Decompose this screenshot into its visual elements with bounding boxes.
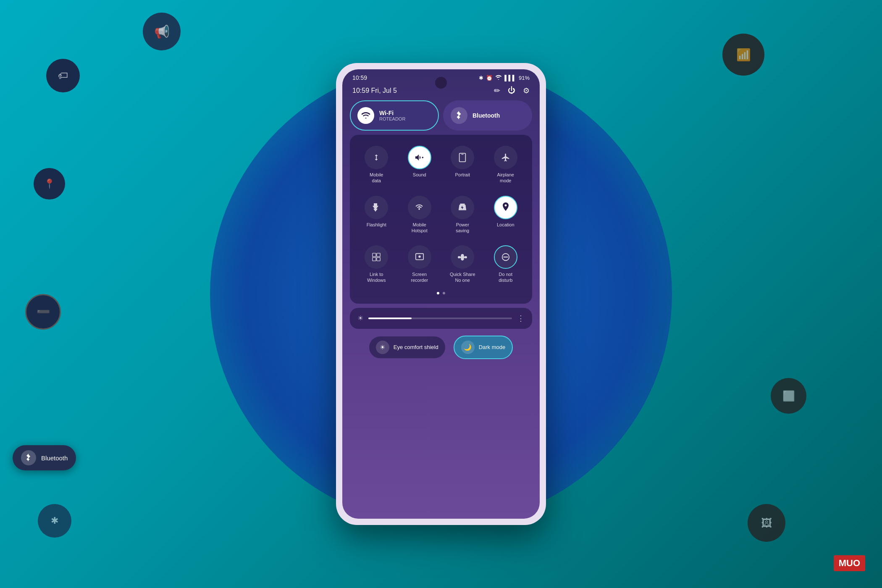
tile-portrait[interactable]: Portrait <box>443 142 483 188</box>
qs-time-date: 10:59 Fri, Jul 5 <box>352 87 397 94</box>
brightness-menu-icon[interactable]: ⋮ <box>517 314 525 323</box>
tile-mobile-data-label: Mobiledata <box>370 172 383 184</box>
bluetooth-toggle-text: Bluetooth <box>472 112 500 119</box>
svg-rect-5 <box>373 257 376 261</box>
battery-status: 91% <box>519 75 530 81</box>
svg-rect-6 <box>377 257 380 261</box>
tile-sound[interactable]: Sound <box>400 142 440 188</box>
bg-icon-bt-left: ✱ <box>38 504 71 538</box>
quick-share-icon <box>451 245 474 269</box>
svg-point-8 <box>418 256 421 258</box>
dark-mode-toggle[interactable]: 🌙 Dark mode <box>454 336 513 359</box>
status-icons: ✱ ⏰ ▌▌▌ 91% <box>479 75 530 81</box>
tile-flashlight-label: Flashlight <box>367 222 386 228</box>
bt-pill-icon <box>21 450 36 465</box>
hotspot-icon <box>408 196 431 219</box>
qs-grid: Mobiledata Sound <box>357 142 525 288</box>
screen-recorder-icon <box>408 245 431 269</box>
qs-actions: ✏ ⏻ ⚙ <box>494 86 530 95</box>
link-windows-icon <box>365 245 388 269</box>
tile-quick-share-label: Quick ShareNo one <box>450 271 475 284</box>
tile-power-saving-label: Powersaving <box>456 222 469 234</box>
muo-watermark: MUO <box>834 555 865 571</box>
do-not-disturb-icon <box>494 245 517 269</box>
dark-mode-label: Dark mode <box>479 344 506 350</box>
settings-icon[interactable]: ⚙ <box>523 86 530 95</box>
tile-link-windows-label: Link toWindows <box>367 271 386 284</box>
mobile-data-icon <box>365 146 388 169</box>
brightness-fill <box>368 318 412 319</box>
tile-quick-share[interactable]: Quick ShareNo one <box>443 241 483 288</box>
tile-mobile-data[interactable]: Mobiledata <box>357 142 396 188</box>
brightness-section: ☀ ⋮ <box>350 308 532 329</box>
flashlight-icon <box>365 196 388 219</box>
tile-link-windows[interactable]: Link toWindows <box>357 241 396 288</box>
power-icon[interactable]: ⏻ <box>508 86 515 95</box>
wifi-toggle-icon <box>357 107 374 124</box>
tile-do-not-disturb[interactable]: Do notdisturb <box>486 241 526 288</box>
bt-status-icon: ✱ <box>479 75 483 81</box>
qs-grid-container: Mobiledata Sound <box>350 135 532 304</box>
bt-pill-label: Bluetooth <box>41 454 68 462</box>
brightness-icon: ☀ <box>357 314 363 322</box>
bluetooth-toggle[interactable]: Bluetooth <box>443 100 532 131</box>
svg-rect-3 <box>373 253 376 257</box>
status-time: 10:59 <box>352 74 367 81</box>
phone-screen: 10:59 ✱ ⏰ ▌▌▌ 91% 10:59 Fri, Jul 5 ✏ ⏻ ⚙ <box>342 69 540 519</box>
bg-icon-tag: 🏷 <box>46 59 80 92</box>
tile-location[interactable]: Location <box>486 192 526 238</box>
bg-icon-minus: ➖ <box>25 294 61 330</box>
bottom-toggles: ☀ Eye comfort shield 🌙 Dark mode <box>342 329 540 366</box>
bg-icon-location: 📍 <box>34 168 65 200</box>
tile-airplane-label: Airplanemode <box>497 172 514 184</box>
signal-status: ▌▌▌ <box>504 75 516 81</box>
location-icon <box>494 196 517 219</box>
qs-toggle-row: Wi-Fi ROTEADOR Bluetooth <box>342 100 540 131</box>
tile-portrait-label: Portrait <box>455 172 470 178</box>
portrait-icon <box>451 146 474 169</box>
tile-hotspot-label: MobileHotspot <box>412 222 428 234</box>
tile-location-label: Location <box>497 222 514 228</box>
bluetooth-toggle-icon <box>451 107 467 124</box>
dot-1 <box>437 292 439 294</box>
bg-icon-rss: 📶 <box>722 34 764 76</box>
tile-flashlight[interactable]: Flashlight <box>357 192 396 238</box>
tile-power-saving[interactable]: Powersaving <box>443 192 483 238</box>
brightness-row: ☀ ⋮ <box>357 314 525 323</box>
svg-point-0 <box>422 157 423 158</box>
alarm-status-icon: ⏰ <box>486 75 493 81</box>
tile-airplane[interactable]: Airplanemode <box>486 142 526 188</box>
wifi-toggle-text: Wi-Fi ROTEADOR <box>379 110 405 121</box>
tile-screen-recorder-label: Screenrecorder <box>411 271 428 284</box>
svg-rect-4 <box>377 253 380 257</box>
eye-comfort-toggle[interactable]: ☀ Eye comfort shield <box>369 336 445 358</box>
sound-icon <box>408 146 431 169</box>
phone-frame: 10:59 ✱ ⏰ ▌▌▌ 91% 10:59 Fri, Jul 5 ✏ ⏻ ⚙ <box>336 63 546 525</box>
bluetooth-pill[interactable]: Bluetooth <box>13 445 76 470</box>
tile-sound-label: Sound <box>413 172 426 178</box>
dot-2 <box>443 292 445 294</box>
eye-comfort-icon: ☀ <box>376 341 389 354</box>
edit-icon[interactable]: ✏ <box>494 86 500 95</box>
brightness-bar[interactable] <box>368 318 512 319</box>
bg-icon-photo-right: 🖼 <box>748 504 785 542</box>
eye-comfort-label: Eye comfort shield <box>394 344 438 350</box>
dark-mode-icon: 🌙 <box>461 341 475 354</box>
camera-notch <box>435 77 447 89</box>
page-dots <box>357 288 525 297</box>
tile-hotspot[interactable]: MobileHotspot <box>400 192 440 238</box>
bg-icon-screen-right: ⬜ <box>771 378 806 414</box>
tile-do-not-disturb-label: Do notdisturb <box>499 271 512 284</box>
eye-comfort-row: ☀ Eye comfort shield <box>369 335 445 360</box>
power-saving-icon <box>451 196 474 219</box>
wifi-status-icon <box>495 75 502 81</box>
bg-icon-megaphone: 📢 <box>143 13 181 50</box>
airplane-icon <box>494 146 517 169</box>
wifi-toggle[interactable]: Wi-Fi ROTEADOR <box>350 100 439 131</box>
svg-rect-2 <box>462 154 464 155</box>
tile-screen-recorder[interactable]: Screenrecorder <box>400 241 440 288</box>
